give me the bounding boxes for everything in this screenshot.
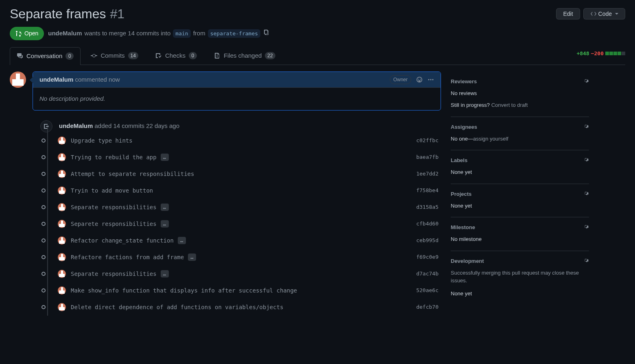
commit-dot-icon xyxy=(41,205,46,209)
commit-message[interactable]: Refactor change_state function xyxy=(71,236,174,245)
commit-author-avatar[interactable] xyxy=(58,203,66,211)
commit-author-avatar[interactable] xyxy=(58,286,66,295)
checklist-icon xyxy=(155,52,162,59)
commit-message[interactable]: Delete direct dependence of add function… xyxy=(71,303,284,312)
code-button[interactable]: Code xyxy=(583,8,625,20)
emoji-react-button[interactable] xyxy=(416,76,423,83)
commit-message[interactable]: Upgrade type hints xyxy=(71,136,133,145)
svg-point-0 xyxy=(428,79,430,80)
commit-dot-icon xyxy=(41,238,46,243)
commit-author-avatar[interactable] xyxy=(58,186,66,195)
assign-yourself-link[interactable]: assign yourself xyxy=(473,136,508,142)
repo-push-icon xyxy=(40,120,52,132)
commit-author-avatar[interactable] xyxy=(58,153,66,161)
tab-files-changed[interactable]: Files changed 22 xyxy=(207,47,282,65)
commit-row: Tryin to add move buttonf758be4 xyxy=(41,182,441,199)
tab-conversation[interactable]: Conversation 0 xyxy=(10,47,81,65)
expand-commit-message-button[interactable]: … xyxy=(178,237,186,244)
gear-icon[interactable] xyxy=(583,223,589,232)
labels-title: Labels xyxy=(451,156,467,165)
commit-author-avatar[interactable] xyxy=(58,220,66,228)
copy-icon[interactable] xyxy=(263,29,269,38)
commit-sha[interactable]: f69c0e9 xyxy=(416,253,441,261)
commit-message[interactable]: Attempt to separate responsibilities xyxy=(71,170,194,178)
milestone-body: No milestone xyxy=(451,235,589,243)
assignees-body: No one— xyxy=(451,136,473,142)
projects-body: None yet xyxy=(451,202,589,210)
commit-row: Separate responsibilities…d3158a5 xyxy=(41,199,441,216)
projects-title: Projects xyxy=(451,190,471,198)
commit-author-avatar[interactable] xyxy=(58,136,66,145)
kebab-menu-button[interactable] xyxy=(428,76,434,83)
file-diff-icon xyxy=(214,52,220,59)
expand-commit-message-button[interactable]: … xyxy=(161,270,169,277)
conversation-count: 0 xyxy=(65,52,74,60)
merge-author[interactable]: undeMalum xyxy=(48,29,82,38)
commit-dot-icon xyxy=(41,172,46,176)
avatar[interactable] xyxy=(10,72,26,88)
commit-author-avatar[interactable] xyxy=(58,170,66,178)
comment-discussion-icon xyxy=(17,53,23,59)
commit-message[interactable]: Refactore factions from add frame xyxy=(71,253,184,262)
commit-sha[interactable]: 1ee7dd2 xyxy=(416,170,441,178)
head-branch[interactable]: separate-frames xyxy=(208,29,260,38)
diffstat: +848 −200 xyxy=(576,50,625,62)
commit-sha[interactable]: 520ae6c xyxy=(416,286,441,295)
pull-request-icon xyxy=(15,30,22,37)
commits-count: 14 xyxy=(128,52,138,59)
commit-row: Attempt to separate responsibilities1ee7… xyxy=(41,166,441,182)
gear-icon[interactable] xyxy=(583,190,589,199)
commit-sha[interactable]: cfb4d60 xyxy=(416,220,441,228)
comment-author[interactable]: undeMalum xyxy=(39,76,73,83)
commit-sha[interactable]: baea7fb xyxy=(416,153,441,161)
commit-message[interactable]: Make show_info function that displays in… xyxy=(71,286,297,295)
owner-badge: Owner xyxy=(390,75,411,84)
expand-commit-message-button[interactable]: … xyxy=(161,154,169,161)
commit-row: Refactor change_state function…ceb995d xyxy=(41,232,441,249)
gear-icon[interactable] xyxy=(583,77,589,86)
commit-dot-icon xyxy=(41,222,46,226)
files-count: 22 xyxy=(265,52,275,59)
commit-sha[interactable]: d7ac74b xyxy=(416,270,441,278)
expand-commit-message-button[interactable]: … xyxy=(161,204,169,211)
convert-to-draft-link[interactable]: Convert to draft xyxy=(491,102,528,108)
gear-icon[interactable] xyxy=(583,156,589,165)
commit-author-avatar[interactable] xyxy=(58,270,66,278)
development-body: Successfully merging this pull request m… xyxy=(451,269,589,285)
commit-dot-icon xyxy=(41,188,46,193)
commit-sha[interactable]: c02ffbc xyxy=(416,136,441,145)
commit-message[interactable]: Separate responsibilities xyxy=(71,270,157,278)
commit-author-avatar[interactable] xyxy=(58,236,66,245)
git-commit-icon xyxy=(91,52,97,59)
svg-point-2 xyxy=(432,79,434,80)
expand-commit-message-button[interactable]: … xyxy=(188,254,196,261)
commit-message[interactable]: Trying to rebuild the app xyxy=(71,153,157,162)
gear-icon[interactable] xyxy=(583,257,589,266)
commit-sha[interactable]: f758be4 xyxy=(416,186,441,195)
commit-message[interactable]: Separate responsibilities xyxy=(71,203,157,212)
commit-author-avatar[interactable] xyxy=(58,253,66,261)
edit-button[interactable]: Edit xyxy=(556,8,580,20)
commit-message[interactable]: Tryin to add move button xyxy=(71,186,153,195)
base-branch[interactable]: main xyxy=(173,29,190,38)
commit-row: Refactore factions from add frame…f69c0e… xyxy=(41,249,441,266)
expand-commit-message-button[interactable]: … xyxy=(161,220,169,228)
assignees-title: Assignees xyxy=(451,123,477,131)
commit-sha[interactable]: defcb70 xyxy=(416,303,441,311)
commit-dot-icon xyxy=(41,305,46,309)
commit-sha[interactable]: d3158a5 xyxy=(416,203,441,211)
commit-sha[interactable]: ceb995d xyxy=(416,236,441,245)
commit-author-avatar[interactable] xyxy=(58,303,66,311)
push-author[interactable]: undeMalum xyxy=(59,122,93,129)
tab-commits[interactable]: Commits 14 xyxy=(84,47,145,65)
checks-count: 0 xyxy=(189,52,197,59)
svg-point-1 xyxy=(430,79,432,80)
commit-dot-icon xyxy=(41,272,46,276)
pr-number: #1 xyxy=(110,4,125,24)
tab-checks[interactable]: Checks 0 xyxy=(148,47,204,65)
gear-icon[interactable] xyxy=(583,123,589,132)
pr-title: Separate frames xyxy=(10,4,106,24)
comment-body: No description provided. xyxy=(33,88,441,110)
commit-message[interactable]: Separete responsibilities xyxy=(71,220,157,228)
commit-row: Separate responsibilities…d7ac74b xyxy=(41,266,441,282)
